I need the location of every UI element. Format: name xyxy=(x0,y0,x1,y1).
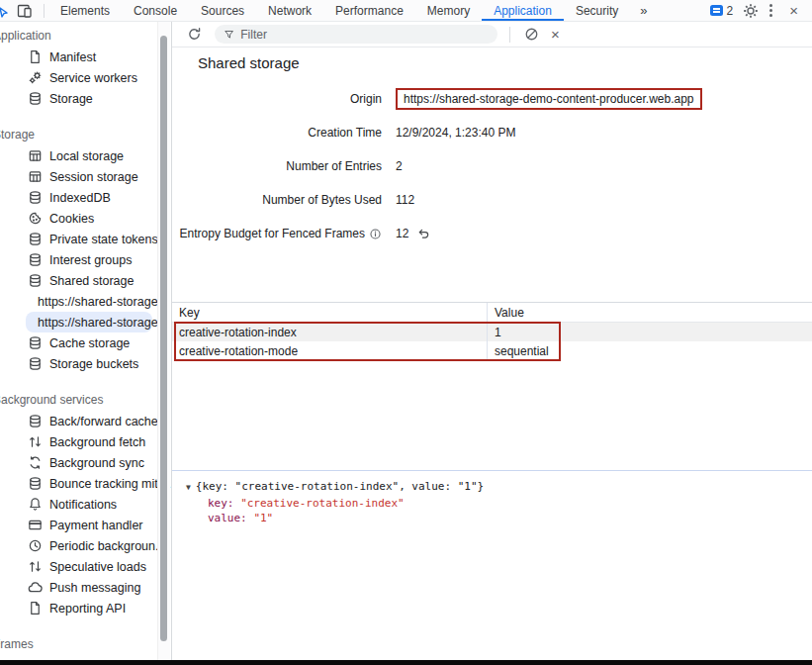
page-title: Shared storage xyxy=(198,54,300,71)
database-icon xyxy=(28,414,43,428)
menu-kebab-icon[interactable] xyxy=(765,4,777,17)
column-header-value[interactable]: Value xyxy=(488,303,812,322)
sidebar-item-manifest[interactable]: Manifest xyxy=(0,47,154,67)
filter-input[interactable] xyxy=(240,28,489,42)
message-bubble-icon xyxy=(710,5,723,16)
sidebar-item-back-forward-cache[interactable]: Back/forward cache xyxy=(0,411,154,431)
sidebar-item-service-workers[interactable]: Service workers xyxy=(0,67,154,88)
tab-sources[interactable]: Sources xyxy=(189,0,256,21)
sidebar-item-periodic-background-sync[interactable]: Periodic backgroun... xyxy=(0,535,154,556)
sidebar-item-label: Storage xyxy=(49,92,93,106)
sidebar-item-storage-buckets[interactable]: Storage buckets xyxy=(0,353,154,374)
sidebar-item-push-messaging[interactable]: Push messaging xyxy=(0,577,154,598)
meta-label: Number of Entries xyxy=(172,159,382,173)
section-header-application: Application xyxy=(0,22,154,47)
sidebar-item-shared-storage[interactable]: Shared storage xyxy=(0,270,154,291)
close-devtools-icon[interactable]: × xyxy=(783,2,804,19)
sidebar-item-session-storage[interactable]: Session storage xyxy=(0,166,154,187)
sidebar-item-bounce-tracking[interactable]: Bounce tracking miti... xyxy=(0,473,154,494)
cookie-icon xyxy=(28,211,43,226)
sidebar-item-shared-storage-origin-1[interactable]: https://shared-storage... xyxy=(26,291,152,312)
sidebar-item-label: Cookies xyxy=(49,212,94,226)
database-icon xyxy=(28,335,43,350)
tab-application[interactable]: Application xyxy=(482,0,564,21)
sidebar-item-storage[interactable]: Storage xyxy=(0,88,154,109)
filter-funnel-icon xyxy=(224,29,234,41)
sidebar-item-label: Push messaging xyxy=(49,581,140,595)
sidebar-item-label: https://shared-storage... xyxy=(38,295,168,309)
sidebar-item-private-state-tokens[interactable]: Private state tokens xyxy=(0,229,154,249)
column-header-key[interactable]: Key xyxy=(172,303,488,322)
database-icon xyxy=(28,356,43,371)
sidebar-item-cookies[interactable]: Cookies xyxy=(0,208,154,229)
tab-network[interactable]: Network xyxy=(256,0,323,21)
sidebar-item-speculative-loads[interactable]: Speculative loads xyxy=(0,556,154,577)
preview-property: value: "1" xyxy=(186,511,812,526)
sidebar-item-payment-handler[interactable]: Payment handler xyxy=(0,515,154,535)
sidebar-item-label: Private state tokens xyxy=(49,233,158,246)
devtools-tabbar: Elements Console Sources Network Perform… xyxy=(0,0,812,22)
sidebar-item-shared-storage-origin-2[interactable]: https://shared-storage... xyxy=(26,312,152,332)
panel-tabs: Elements Console Sources Network Perform… xyxy=(48,0,657,21)
table-row[interactable]: creative-rotation-index 1 xyxy=(172,323,812,341)
sidebar-item-label: Session storage xyxy=(49,170,138,184)
sidebar-item-indexeddb[interactable]: IndexedDB xyxy=(0,187,154,208)
sidebar-item-label: Manifest xyxy=(49,50,96,64)
preview-object-summary[interactable]: ▼ {key: "creative-rotation-index", value… xyxy=(186,479,812,496)
close-panel-icon[interactable]: × xyxy=(545,26,566,43)
sidebar-item-local-storage[interactable]: Local storage xyxy=(0,145,154,166)
panel-toolbar: × xyxy=(172,22,812,48)
tab-memory[interactable]: Memory xyxy=(415,0,482,21)
section-header-frames: Frames xyxy=(0,630,154,655)
table-row[interactable]: creative-rotation-mode sequential xyxy=(172,341,812,360)
sidebar-item-notifications[interactable]: Notifications xyxy=(0,494,154,515)
devtools-window: Elements Console Sources Network Perform… xyxy=(0,0,812,665)
object-summary-text: {key: "creative-rotation-index", value: … xyxy=(196,479,484,495)
sidebar-item-background-fetch[interactable]: Background fetch xyxy=(0,431,154,452)
tab-elements[interactable]: Elements xyxy=(48,0,122,21)
sidebar-scrollbar-track xyxy=(157,22,170,665)
settings-gear-icon[interactable] xyxy=(743,0,759,21)
meta-label: Entropy Budget for Fenced Frames xyxy=(180,227,365,240)
tab-security[interactable]: Security xyxy=(564,0,630,21)
info-icon[interactable] xyxy=(369,228,382,240)
sidebar-item-background-sync[interactable]: Background sync xyxy=(0,452,154,473)
sidebar-item-label: Payment handler xyxy=(49,519,143,532)
sidebar-item-label: Shared storage xyxy=(49,274,134,288)
tabbar-divider xyxy=(44,4,45,18)
up-down-arrows-icon xyxy=(28,559,43,574)
tab-performance[interactable]: Performance xyxy=(323,0,415,21)
inspect-element-icon[interactable] xyxy=(0,0,10,21)
up-down-arrows-icon xyxy=(28,434,43,449)
console-messages-badge[interactable]: 2 xyxy=(706,4,738,18)
tab-console[interactable]: Console xyxy=(122,0,189,21)
sidebar-item-reporting-api[interactable]: Reporting API xyxy=(0,598,154,618)
origin-value: https://shared-storage-demo-content-prod… xyxy=(404,92,694,106)
bytes-used-value: 112 xyxy=(396,193,414,207)
database-icon xyxy=(28,476,43,491)
sidebar-item-cache-storage[interactable]: Cache storage xyxy=(0,332,154,353)
more-tabs-chevron[interactable]: » xyxy=(630,0,657,21)
property-name: value: xyxy=(208,512,247,524)
sidebar-item-label: Reporting API xyxy=(49,602,126,616)
sidebar-item-label: IndexedDB xyxy=(49,191,111,205)
expand-triangle-icon: ▼ xyxy=(186,480,191,496)
meta-label: Creation Time xyxy=(172,126,382,140)
sidebar-scrollbar-thumb[interactable] xyxy=(160,36,167,641)
origin-annotation-box: https://shared-storage-demo-content-prod… xyxy=(396,88,702,110)
sidebar-item-label: Local storage xyxy=(49,149,124,163)
creation-time-value: 12/9/2024, 1:23:40 PM xyxy=(396,126,515,140)
sidebar-item-label: Cache storage xyxy=(49,336,130,350)
tabbar-right-icons: 2 × xyxy=(706,0,812,21)
refresh-icon[interactable] xyxy=(181,27,208,42)
database-icon xyxy=(28,190,43,205)
sidebar-item-label: Storage buckets xyxy=(49,357,138,371)
payment-card-icon xyxy=(28,518,43,532)
block-clear-icon[interactable] xyxy=(518,27,545,42)
device-toolbar-icon[interactable] xyxy=(10,0,40,21)
section-header-storage: Storage xyxy=(0,121,154,145)
reset-undo-icon[interactable] xyxy=(416,227,430,240)
meta-row-number-of-entries: Number of Entries 2 xyxy=(172,149,812,183)
service-worker-icon xyxy=(28,70,43,85)
sidebar-item-interest-groups[interactable]: Interest groups xyxy=(0,249,154,270)
